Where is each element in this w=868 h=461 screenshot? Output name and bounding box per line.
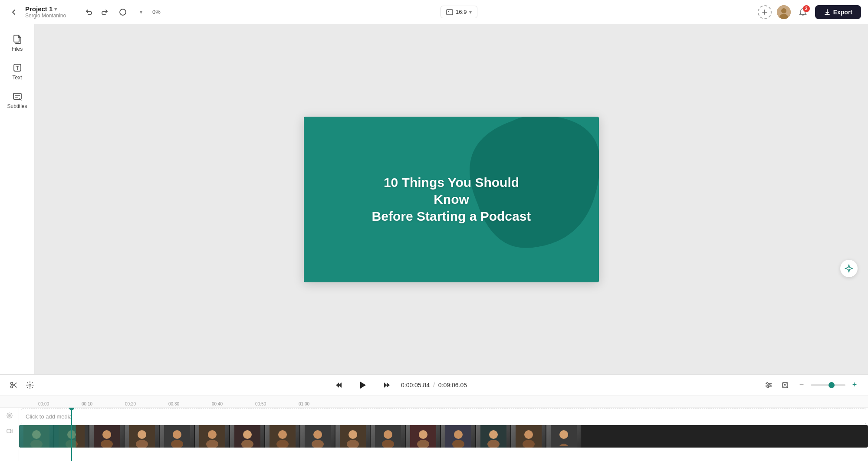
project-name[interactable]: Project 1 ▾ [25, 5, 66, 13]
project-author: Sergio Montanino [25, 13, 66, 19]
ruler-marks: 00:00 00:10 00:20 00:30 00:40 00:50 01:0… [38, 396, 868, 407]
sidebar-item-subtitles[interactable]: Subtitles [3, 87, 32, 114]
notification-button[interactable]: 2 [796, 5, 810, 19]
thumb-frame-12 [406, 425, 441, 448]
thumb-frame-5 [160, 425, 194, 448]
play-button[interactable] [354, 376, 372, 394]
redo-button[interactable] [98, 5, 112, 19]
topbar-right: 2 Export [758, 5, 861, 19]
svg-point-68 [489, 430, 498, 439]
left-sidebar: Files T Text Subtitles [0, 24, 35, 374]
record-button[interactable] [116, 5, 130, 19]
project-info: Project 1 ▾ Sergio Montanino [25, 5, 66, 19]
divider [74, 6, 74, 18]
timeline-ruler: 00:00 00:10 00:20 00:30 00:40 00:50 01:0… [0, 396, 868, 408]
svg-point-71 [524, 430, 533, 439]
record-dropdown[interactable]: ▾ [134, 5, 148, 19]
thumb-frame-8 [265, 425, 300, 448]
thumb-frame-13 [441, 425, 476, 448]
svg-point-59 [384, 430, 392, 439]
zoom-slider-thumb[interactable] [829, 382, 835, 388]
video-track[interactable] [19, 425, 868, 448]
svg-rect-2 [448, 11, 449, 12]
aspect-ratio-button[interactable]: 16:9 ▾ [441, 6, 477, 18]
thumb-frame-6 [195, 425, 230, 448]
svg-point-35 [102, 430, 111, 439]
topbar-center: 16:9 ▾ [166, 6, 753, 18]
svg-point-6 [781, 8, 786, 13]
ruler-mark-1: 00:10 [82, 402, 125, 407]
thumb-frame-10 [335, 425, 370, 448]
main-area: Files T Text Subtitles [0, 24, 868, 461]
sidebar-item-files[interactable]: Files [3, 29, 32, 56]
zoom-slider[interactable] [811, 384, 845, 386]
zoom-in-button[interactable]: + [848, 379, 861, 392]
files-icon [12, 34, 23, 44]
text-icon: T [12, 62, 23, 73]
thumb-frame-9 [300, 425, 335, 448]
preview-background: 10 Things You Should Know Before Startin… [304, 117, 599, 282]
clip-overlay [19, 425, 76, 448]
svg-point-44 [208, 430, 217, 439]
track-labels [0, 408, 19, 461]
rewind-button[interactable] [332, 377, 347, 393]
avatar[interactable] [777, 5, 791, 19]
aspect-dropdown-icon: ▾ [469, 9, 472, 15]
back-button[interactable] [7, 5, 21, 19]
svg-rect-27 [7, 429, 11, 433]
ruler-mark-2: 00:20 [125, 402, 168, 407]
svg-point-41 [173, 430, 181, 439]
zoom-out-button[interactable]: − [795, 379, 808, 392]
timeline-adjust[interactable] [762, 379, 775, 392]
magic-button[interactable] [840, 260, 858, 277]
tracks-scroll: Click to add media [19, 408, 868, 461]
ruler-mark-4: 00:40 [212, 402, 255, 407]
add-collaborator-button[interactable] [758, 5, 772, 19]
canvas-area: 10 Things You Should Know Before Startin… [35, 24, 868, 374]
svg-rect-1 [447, 10, 453, 15]
svg-point-53 [313, 430, 322, 439]
thumb-frame-15 [511, 425, 546, 448]
svg-point-65 [454, 430, 463, 439]
svg-point-47 [243, 430, 252, 439]
thumb-frame-14 [476, 425, 511, 448]
thumb-frame-3 [89, 425, 124, 448]
svg-point-23 [769, 384, 770, 386]
thumb-frame-16 [546, 425, 581, 448]
svg-point-0 [120, 9, 126, 15]
zoom-display: 0% [152, 9, 161, 15]
subtitles-icon [12, 91, 23, 101]
undo-button[interactable] [82, 5, 96, 19]
track-label-audio [0, 408, 19, 423]
svg-point-50 [278, 430, 287, 439]
ruler-mark-6: 01:00 [299, 402, 342, 407]
add-media-track[interactable]: Click to add media [21, 409, 866, 424]
sidebar-item-text[interactable]: T Text [3, 58, 32, 85]
timeline-controls: 0:00:05.84 / 0:09:06.05 [0, 375, 868, 396]
scissors-tool[interactable] [7, 379, 20, 392]
dropdown-icon[interactable]: ▾ [54, 6, 57, 12]
notification-badge: 2 [803, 5, 810, 12]
zoom-slider-container: − + [795, 379, 861, 392]
thumb-frame-7 [230, 425, 265, 448]
time-display: 0:00:05.84 / 0:09:06.05 [401, 382, 467, 389]
thumb-frame-11 [371, 425, 405, 448]
ruler-mark-5: 00:50 [255, 402, 299, 407]
tracks-container: Click to add media [0, 408, 868, 461]
topbar-left: Project 1 ▾ Sergio Montanino [7, 5, 161, 19]
undo-redo-group [82, 5, 112, 19]
ruler-mark-3: 00:30 [168, 402, 212, 407]
timeline-area: 0:00:05.84 / 0:09:06.05 [0, 374, 868, 461]
svg-point-56 [349, 430, 357, 439]
clip-thumbnails [19, 425, 868, 448]
topbar: Project 1 ▾ Sergio Montanino [0, 0, 868, 24]
svg-text:T: T [16, 65, 19, 71]
timeline-left-controls [7, 379, 36, 392]
export-button[interactable]: Export [815, 5, 861, 19]
timeline-expand[interactable] [779, 379, 792, 392]
timeline-settings[interactable] [23, 379, 36, 392]
ruler-mark-0: 00:00 [38, 402, 82, 407]
timeline-transport: 0:00:05.84 / 0:09:06.05 [332, 376, 467, 394]
svg-point-18 [29, 384, 31, 386]
fast-forward-button[interactable] [378, 377, 394, 393]
